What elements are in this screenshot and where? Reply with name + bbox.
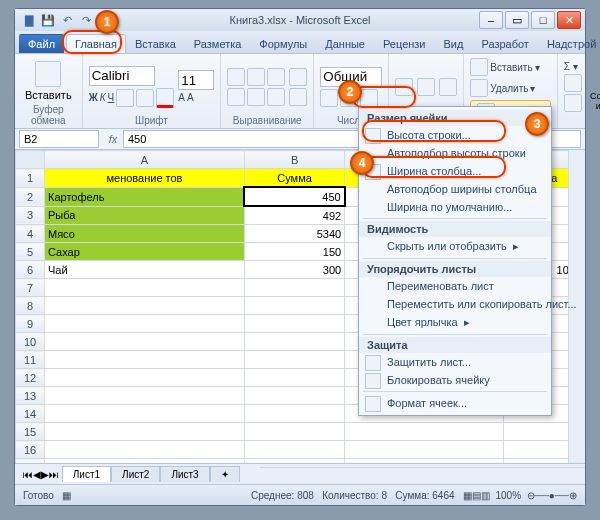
cell[interactable] [45,423,245,441]
cell[interactable]: 150 [244,243,344,261]
fill-icon[interactable] [564,74,582,92]
menu-lock-cell[interactable]: Блокировать ячейку [359,371,551,389]
row-header[interactable]: 9 [16,315,45,333]
delete-cells-button[interactable]: Удалить [490,83,528,94]
menu-tab-color[interactable]: Цвет ярлычка ▸ [359,313,551,332]
cell[interactable]: 300 [244,261,344,279]
row-header[interactable]: 17 [16,459,45,464]
sheet-nav-last[interactable]: ⏭ [49,469,59,480]
cell[interactable]: Чай [45,261,245,279]
tab-view[interactable]: Вид [435,34,473,53]
select-all-corner[interactable] [16,151,45,169]
row-header[interactable]: 15 [16,423,45,441]
minimize-button[interactable]: – [479,11,503,29]
row-header[interactable]: 5 [16,243,45,261]
row-header[interactable]: 8 [16,297,45,315]
zoom-in-button[interactable]: ⊕ [569,490,577,501]
cell[interactable] [45,441,245,459]
menu-format-cells[interactable]: Формат ячеек... [359,394,551,412]
maximize-button[interactable]: □ [531,11,555,29]
wrap-icon[interactable] [289,68,307,86]
zoom-level[interactable]: 100% [495,490,521,501]
menu-protect-sheet[interactable]: Защитить лист... [359,353,551,371]
cell[interactable] [45,351,245,369]
border-icon[interactable] [116,89,134,107]
menu-hide-show[interactable]: Скрыть или отобразить ▸ [359,237,551,256]
row-header[interactable]: 11 [16,351,45,369]
cell[interactable]: Мясо [45,225,245,243]
cell[interactable]: Рыба [45,206,245,225]
restore-button[interactable]: ▭ [505,11,529,29]
clear-icon[interactable] [564,94,582,112]
col-header-a[interactable]: A [45,151,245,169]
cell[interactable] [244,423,344,441]
row-header[interactable]: 13 [16,387,45,405]
sheet-tab-3[interactable]: Лист3 [160,466,209,482]
cell[interactable] [45,459,245,464]
row-header[interactable]: 2 [16,187,45,206]
cell[interactable]: Сахар [45,243,245,261]
align-right-icon[interactable] [267,88,285,106]
align-center-icon[interactable] [247,88,265,106]
sheet-nav-next[interactable]: ▶ [41,469,49,480]
cell[interactable] [244,387,344,405]
sort-filter-button[interactable]: Сортировка и фильтр [586,61,600,113]
row-header[interactable]: 3 [16,206,45,225]
insert-cells-button[interactable]: Вставить [490,62,532,73]
cell[interactable] [45,405,245,423]
cell[interactable] [244,333,344,351]
zoom-out-button[interactable]: ⊖ [527,490,535,501]
cell[interactable] [244,369,344,387]
horizontal-scrollbar[interactable] [260,467,585,482]
merge-icon[interactable] [289,88,307,106]
currency-icon[interactable] [320,89,338,107]
cell[interactable]: 5340 [244,225,344,243]
macro-icon[interactable]: ▦ [62,490,71,501]
sheet-tab-1[interactable]: Лист1 [62,466,111,482]
row-header[interactable]: 12 [16,369,45,387]
align-top-icon[interactable] [227,68,245,86]
row-header[interactable]: 6 [16,261,45,279]
cell-selected[interactable]: 450 [244,187,344,206]
cell[interactable] [244,279,344,297]
paste-button[interactable]: Вставить [21,59,76,103]
cell[interactable] [244,351,344,369]
cell[interactable]: 492 [244,206,344,225]
cell[interactable]: Сумма [244,169,344,188]
cell[interactable]: Картофель [45,187,245,206]
font-name-input[interactable] [89,66,155,86]
tab-review[interactable]: Рецензи [374,34,435,53]
cell[interactable] [244,459,344,464]
row-header[interactable]: 14 [16,405,45,423]
font-color-icon[interactable] [156,88,174,108]
tab-data[interactable]: Данные [316,34,374,53]
row-header[interactable]: 1 [16,169,45,188]
underline-button[interactable]: Ч [108,92,115,103]
view-normal-icon[interactable]: ▦ [463,490,472,501]
menu-autofit-col[interactable]: Автоподбор ширины столбца [359,180,551,198]
col-header-b[interactable]: B [244,151,344,169]
fill-color-icon[interactable] [136,89,154,107]
tab-dev[interactable]: Разработ [472,34,537,53]
menu-move-copy[interactable]: Переместить или скопировать лист... [359,295,551,313]
tab-formulas[interactable]: Формулы [250,34,316,53]
row-header[interactable]: 7 [16,279,45,297]
view-break-icon[interactable]: ▥ [481,490,490,501]
cell[interactable] [45,315,245,333]
view-layout-icon[interactable]: ▤ [472,490,481,501]
row-header[interactable]: 16 [16,441,45,459]
grow-font-icon[interactable]: A [178,92,185,103]
italic-button[interactable]: К [100,92,106,103]
bold-button[interactable]: Ж [89,92,98,103]
cell[interactable] [244,405,344,423]
cell[interactable] [244,441,344,459]
sheet-nav-prev[interactable]: ◀ [33,469,41,480]
cell-style-icon[interactable] [439,78,457,96]
sheet-tab-2[interactable]: Лист2 [111,466,160,482]
close-button[interactable]: ✕ [557,11,581,29]
cell[interactable]: менование тов [45,169,245,188]
align-left-icon[interactable] [227,88,245,106]
tab-layout[interactable]: Разметка [185,34,251,53]
new-sheet-button[interactable]: ✦ [210,466,240,482]
tab-insert[interactable]: Вставка [126,34,185,53]
